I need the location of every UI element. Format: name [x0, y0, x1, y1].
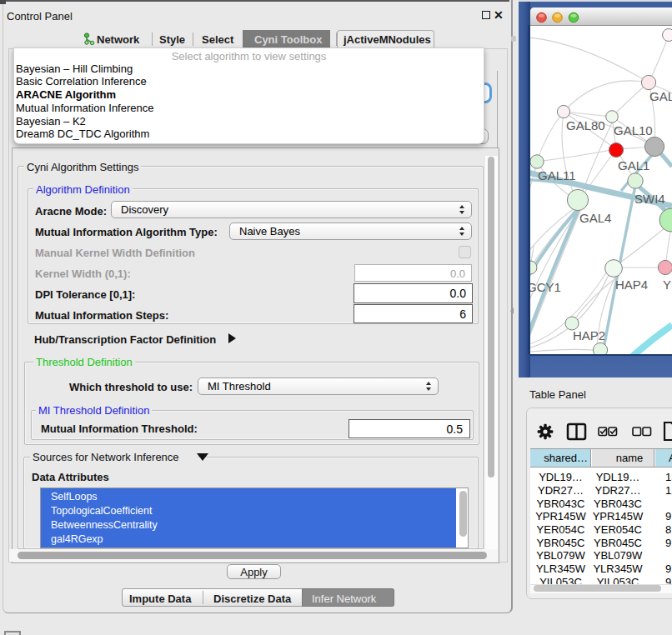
svg-text:HAP2: HAP2: [573, 328, 605, 342]
svg-text:SWI4: SWI4: [634, 192, 665, 206]
svg-text:HAP4: HAP4: [615, 278, 648, 292]
svg-text:GAL80: GAL80: [566, 118, 605, 132]
svg-text:GAL11: GAL11: [538, 168, 576, 182]
svg-text:GAL2: GAL2: [649, 89, 672, 103]
svg-text:GCY1: GCY1: [530, 280, 561, 294]
svg-text:GAL4: GAL4: [579, 211, 611, 225]
svg-text:GAL1: GAL1: [618, 158, 649, 172]
svg-text:GAL10: GAL10: [614, 123, 653, 138]
svg-text:YB: YB: [663, 278, 672, 292]
